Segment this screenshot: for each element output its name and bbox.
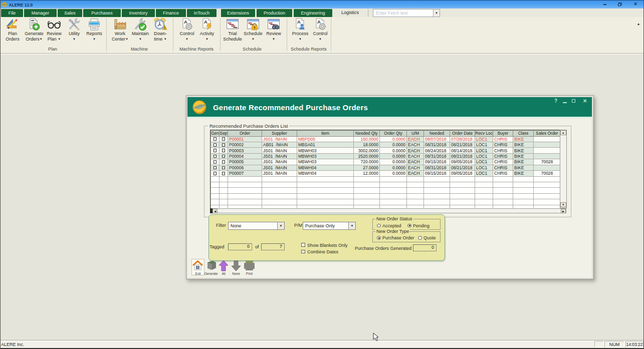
svg-text:A: A: [184, 19, 187, 25]
svg-text:A: A: [317, 19, 321, 25]
svg-text:A: A: [204, 19, 207, 25]
svg-text:A: A: [297, 19, 301, 25]
